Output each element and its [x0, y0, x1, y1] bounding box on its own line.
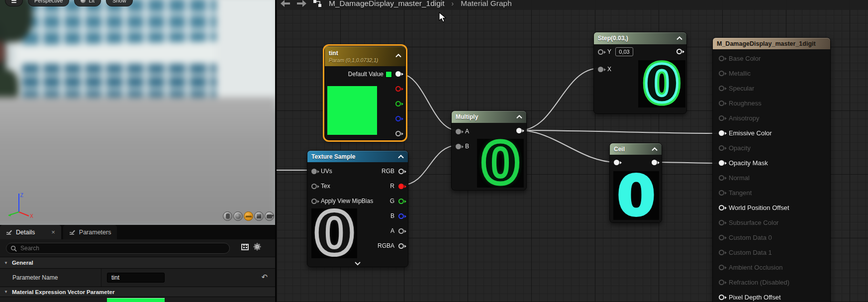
output-pin-rgba[interactable]	[398, 243, 404, 249]
collapse-chevron-icon[interactable]	[395, 54, 401, 58]
input-pin-tex[interactable]	[311, 184, 317, 189]
tab-details[interactable]: Details ×	[0, 225, 61, 239]
result-pin-world-position-offset[interactable]: World Position Offset	[719, 204, 789, 211]
collapse-chevron-icon[interactable]	[652, 147, 658, 151]
node-texture-sample[interactable]: Texture Sample UVs Tex Apply View MipBia…	[307, 150, 408, 267]
shape-cylinder-button[interactable]	[223, 211, 232, 221]
input-apply-view-mipbias[interactable]: Apply View MipBias	[311, 198, 373, 204]
perspective-button[interactable]: Perspective	[28, 0, 69, 6]
search-box[interactable]	[6, 243, 230, 254]
node-texture-sample-header[interactable]: Texture Sample	[307, 151, 408, 162]
panel-divider[interactable]	[275, 0, 277, 302]
node-ceil-header[interactable]: Ceil	[610, 143, 662, 155]
node-multiply-header[interactable]: Multiply	[452, 111, 526, 123]
result-pin-normal[interactable]: Normal	[719, 174, 750, 182]
result-pin-emissive-color[interactable]: Emissive Color	[719, 129, 772, 137]
output-g[interactable]: G	[390, 198, 404, 204]
result-pin-opacity[interactable]: Opacity	[719, 144, 751, 152]
lit-mode-button[interactable]: Lit	[74, 0, 101, 6]
result-pin-opacity-mask[interactable]: Opacity Mask	[719, 159, 768, 167]
result-pin-subsurface-color[interactable]: Subsurface Color	[719, 219, 778, 226]
node-material-result[interactable]: M_DamageDisplay_master_1digit Base Color…	[712, 37, 831, 302]
input-pin-y[interactable]	[598, 49, 603, 55]
tint-output-pin-g[interactable]	[395, 101, 401, 106]
step-output-pin[interactable]	[676, 49, 682, 54]
shape-plane-button[interactable]	[244, 211, 253, 221]
gear-icon[interactable]	[253, 242, 262, 253]
tint-output-pin-b[interactable]	[395, 116, 401, 121]
output-pin-b[interactable]	[398, 213, 404, 219]
ceil-input-pin[interactable]	[614, 160, 619, 165]
collapse-chevron-icon[interactable]	[516, 115, 522, 119]
input-pin-mipbias[interactable]	[311, 199, 317, 204]
section-vector-parameter[interactable]: ▼ Material Expression Vector Parameter	[0, 287, 277, 297]
result-pin-metallic[interactable]: Metallic	[719, 70, 751, 77]
ceil-output-pin[interactable]	[652, 160, 657, 165]
output-pin-r[interactable]	[398, 184, 404, 189]
output-pin-a[interactable]	[398, 228, 404, 234]
node-step[interactable]: Step(0.03,) Y 0,03 X 0 0	[593, 32, 687, 114]
input-pin-x[interactable]	[598, 67, 603, 72]
result-pin-custom-data-0[interactable]: Custom Data 0	[719, 234, 772, 241]
search-input[interactable]	[20, 245, 225, 252]
tint-output-pin-rgb[interactable]	[395, 71, 401, 77]
node-ceil[interactable]: Ceil 0	[609, 143, 662, 223]
material-graph-canvas[interactable]: M_DamageDisplay_master_1digit › Material…	[277, 0, 868, 302]
output-r[interactable]: R	[390, 183, 404, 190]
node-result-header[interactable]: M_DamageDisplay_master_1digit	[713, 38, 830, 49]
step-y-value-input[interactable]: 0,03	[615, 47, 633, 56]
node-tint[interactable]: tint Param (0,1,0.0732,1) Default Value	[324, 46, 406, 140]
tint-color-swatch[interactable]	[386, 71, 392, 78]
result-pin-refraction[interactable]: Refraction (Disabled)	[719, 279, 789, 286]
output-b[interactable]: B	[390, 212, 404, 219]
input-uvs[interactable]: UVs	[311, 168, 332, 175]
input-y[interactable]: Y 0,03	[598, 47, 633, 56]
parameter-name-input[interactable]: tint	[107, 273, 165, 283]
close-icon[interactable]: ×	[51, 228, 55, 236]
output-pin-rgb[interactable]	[398, 169, 404, 174]
breadcrumb-asset-name[interactable]: M_DamageDisplay_master_1digit	[329, 0, 445, 8]
result-pin-ambient-occlusion[interactable]: Ambient Occlusion	[719, 264, 782, 271]
back-arrow-icon[interactable]	[281, 0, 290, 7]
forward-arrow-icon[interactable]	[297, 0, 306, 7]
tint-output-pin-a[interactable]	[395, 131, 401, 136]
result-pin-custom-data-1[interactable]: Custom Data 1	[719, 249, 772, 256]
display-filter-icon[interactable]	[241, 244, 249, 250]
collapse-chevron-icon[interactable]	[676, 36, 682, 40]
breadcrumb-page[interactable]: Material Graph	[461, 0, 512, 8]
preview-viewport[interactable]: Perspective Lit Show Z X	[0, 0, 277, 225]
show-button[interactable]: Show	[106, 0, 133, 6]
shape-cube-button[interactable]	[254, 211, 264, 221]
result-pin-base-color[interactable]: Base Color	[719, 55, 761, 62]
output-pin-g[interactable]	[398, 199, 404, 204]
shape-sphere-button[interactable]	[233, 211, 243, 221]
result-pin-tangent[interactable]: Tangent	[719, 189, 752, 197]
output-rgb[interactable]: RGB	[382, 168, 404, 175]
input-tex[interactable]: Tex	[311, 183, 330, 190]
section-general[interactable]: ▼ General	[0, 257, 277, 269]
default-value-color-swatch[interactable]	[107, 298, 165, 302]
tint-output-pin-r[interactable]	[395, 86, 401, 92]
result-pin-specular[interactable]: Specular	[719, 85, 754, 92]
output-rgba[interactable]: RGBA	[378, 242, 404, 249]
input-pin-a[interactable]	[456, 129, 461, 134]
node-multiply[interactable]: Multiply A B 0	[451, 110, 527, 191]
result-pin-anisotropy[interactable]: Anisotropy	[719, 114, 759, 122]
shape-teapot-button[interactable]	[265, 211, 274, 221]
input-pin-uvs[interactable]	[311, 169, 317, 174]
output-a[interactable]: A	[390, 227, 404, 234]
collapse-chevron-icon[interactable]	[398, 155, 404, 159]
result-pin-roughness[interactable]: Roughness	[719, 100, 762, 107]
node-step-header[interactable]: Step(0.03,)	[594, 32, 686, 44]
tab-parameters[interactable]: Parameters	[63, 225, 117, 239]
node-tint-header[interactable]: tint Param (0,1,0.0732,1)	[325, 46, 405, 66]
expand-chevron-down-icon[interactable]	[354, 261, 361, 266]
viewport-menu-button[interactable]	[5, 0, 23, 6]
result-pin-pixel-depth-offset[interactable]: Pixel Depth Offset	[719, 294, 781, 301]
reset-to-default-icon[interactable]: ↶	[261, 273, 268, 282]
input-b[interactable]: B	[456, 143, 469, 150]
input-a[interactable]: A	[456, 128, 469, 135]
input-x[interactable]: X	[598, 66, 611, 73]
multiply-output-pin[interactable]	[516, 128, 522, 133]
input-pin-b[interactable]	[456, 144, 461, 149]
